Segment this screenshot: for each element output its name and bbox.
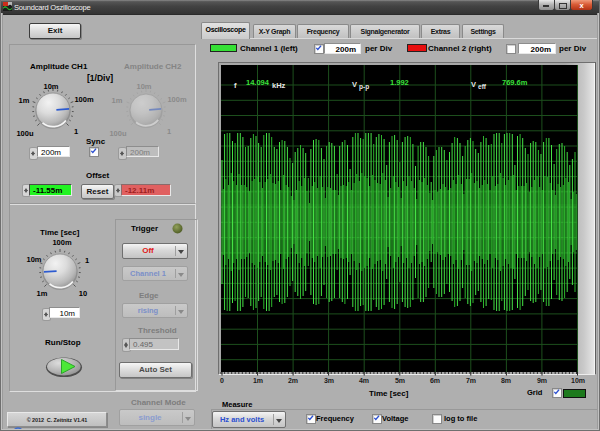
svg-text:14.094: 14.094	[246, 78, 270, 87]
svg-text:769.6m: 769.6m	[502, 78, 528, 87]
svg-text:1.992: 1.992	[390, 78, 409, 87]
svg-text:V p-p: V p-p	[352, 80, 369, 91]
svg-text:kHz: kHz	[272, 81, 286, 90]
